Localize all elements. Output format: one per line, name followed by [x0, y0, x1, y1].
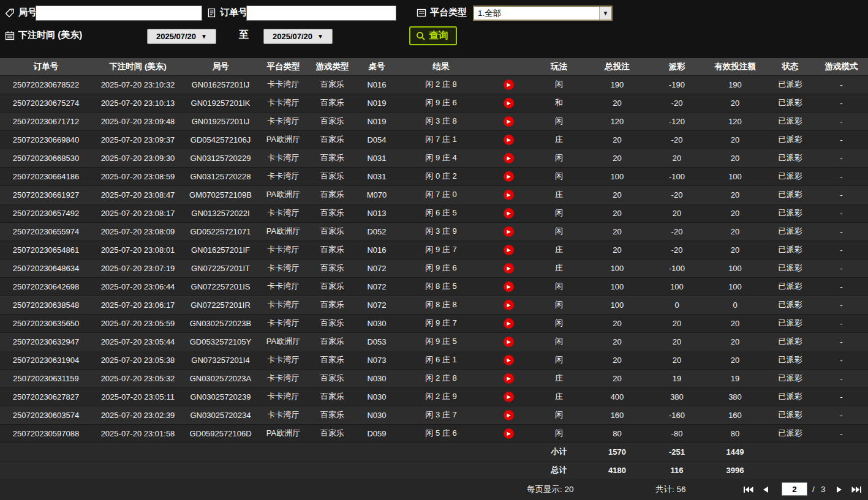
cell-game: 百家乐: [309, 369, 355, 387]
date-to-picker[interactable]: 2025/07/20 ▼: [263, 29, 333, 44]
prev-page-button[interactable]: [758, 479, 773, 500]
cell-status: 已派彩: [766, 332, 815, 351]
round-number-label-group: 局号: [5, 7, 37, 18]
cell-round: GD0532572105Y: [184, 332, 257, 351]
cell-order: 250720230632947: [0, 332, 92, 351]
table-row: 2507202306385482025-07-20 23:06:17GN0722…: [0, 296, 868, 314]
play-video-button[interactable]: ▶: [504, 355, 514, 365]
cell-time: 2025-07-20 23:07:19: [92, 259, 184, 277]
cell-order: 250720230638548: [0, 296, 92, 314]
cell-bet: 20: [585, 241, 649, 259]
cell-play: ▶: [484, 424, 533, 442]
play-video-button[interactable]: ▶: [504, 245, 514, 255]
cell-game: 百家乐: [309, 332, 355, 351]
play-video-button[interactable]: ▶: [504, 98, 514, 108]
cell-result: 闲 9 庄 4: [398, 149, 484, 167]
play-video-button[interactable]: ▶: [504, 318, 514, 329]
play-video-button[interactable]: ▶: [504, 282, 514, 292]
table-row: 2507202306319042025-07-20 23:05:38GN0732…: [0, 351, 868, 369]
cell-method: 闲: [533, 314, 585, 332]
grand-total-row-cell-bet: 4180: [585, 461, 649, 479]
play-video-button[interactable]: ▶: [504, 337, 514, 347]
cell-time: 2025-07-20 23:05:32: [92, 369, 184, 387]
cell-play: ▶: [484, 241, 533, 259]
table-row: 2507202306035742025-07-20 23:02:39GN0302…: [0, 406, 868, 424]
cell-round: GN016257201IJ: [184, 75, 257, 94]
next-page-button[interactable]: [832, 479, 847, 500]
table-header-row: 订单号下注时间 (美东)局号平台类型游戏类型桌号结果玩法总投注派彩有效投注额状态…: [0, 58, 868, 75]
round-number-input[interactable]: [36, 6, 202, 21]
cell-bet: 100: [585, 296, 649, 314]
search-button[interactable]: 查询: [409, 26, 457, 45]
date-to-dropdown-icon: ▼: [317, 33, 323, 40]
cell-platform: PA欧洲厅: [257, 332, 309, 351]
cell-valid: 100: [704, 277, 766, 296]
table-row: 2507202306426982025-07-20 23:06:44GN0722…: [0, 277, 868, 296]
cell-bet: 80: [585, 424, 649, 442]
cell-method: 闲: [533, 167, 585, 185]
cell-method: 和: [533, 94, 585, 112]
platform-type-select[interactable]: 1.全部 ▼: [473, 6, 613, 21]
platform-type-selected-value: 1.全部: [474, 8, 599, 19]
table-body: 2507202306785222025-07-20 23:10:32GN0162…: [0, 75, 868, 479]
play-video-button[interactable]: ▶: [504, 171, 514, 182]
cell-round: GM0702572109B: [184, 185, 257, 204]
play-video-button[interactable]: ▶: [504, 392, 514, 402]
cell-order: 250720230669840: [0, 130, 92, 149]
cell-result: 闲 3 庄 8: [398, 112, 484, 130]
cell-status: 已派彩: [766, 314, 815, 332]
cell-mode: -: [815, 351, 868, 369]
cell-platform: 卡卡湾厅: [257, 351, 309, 369]
table-row: 2507202305970882025-07-20 23:01:58GD0592…: [0, 424, 868, 442]
cell-play: ▶: [484, 112, 533, 130]
grand-total-row-cell-table_no: [355, 461, 398, 479]
order-number-input[interactable]: [246, 6, 396, 21]
next-page-icon: [836, 486, 842, 493]
current-page-input[interactable]: 2: [782, 482, 807, 496]
play-video-button[interactable]: ▶: [504, 80, 514, 90]
cell-game: 百家乐: [309, 112, 355, 130]
play-video-button[interactable]: ▶: [504, 208, 514, 218]
play-video-button[interactable]: ▶: [504, 410, 514, 420]
play-video-button[interactable]: ▶: [504, 300, 514, 310]
cell-play: ▶: [484, 277, 533, 296]
date-from-picker[interactable]: 2025/07/20 ▼: [147, 29, 216, 44]
cell-time: 2025-07-20 23:05:11: [92, 387, 184, 406]
cell-game: 百家乐: [309, 149, 355, 167]
play-video-button[interactable]: ▶: [504, 226, 514, 237]
cell-mode: -: [815, 241, 868, 259]
cell-mode: -: [815, 185, 868, 204]
cell-status: 已派彩: [766, 112, 815, 130]
page-separator: /: [812, 479, 815, 500]
cell-platform: 卡卡湾厅: [257, 277, 309, 296]
table-row: 2507202306486342025-07-20 23:07:19GN0722…: [0, 259, 868, 277]
cell-order: 250720230668530: [0, 149, 92, 167]
cell-status: 已派彩: [766, 149, 815, 167]
play-video-button[interactable]: ▶: [504, 428, 514, 439]
grand-total-row-cell-method: 总计: [533, 461, 585, 479]
last-page-button[interactable]: [849, 479, 864, 500]
cell-valid: 190: [704, 75, 766, 94]
play-video-button[interactable]: ▶: [504, 373, 514, 384]
play-video-button[interactable]: ▶: [504, 153, 514, 163]
cell-valid: 20: [704, 130, 766, 149]
cell-method: 庄: [533, 387, 585, 406]
first-page-button[interactable]: [741, 479, 756, 500]
cell-round: GN072257201IS: [184, 277, 257, 296]
cell-mode: -: [815, 406, 868, 424]
cell-order: 250720230627827: [0, 387, 92, 406]
cell-mode: -: [815, 296, 868, 314]
play-video-button[interactable]: ▶: [504, 116, 514, 127]
play-video-button[interactable]: ▶: [504, 135, 514, 145]
column-header-order: 订单号: [0, 58, 92, 75]
play-video-button[interactable]: ▶: [504, 190, 514, 200]
play-video-button[interactable]: ▶: [504, 263, 514, 274]
cell-platform: PA欧洲厅: [257, 130, 309, 149]
cell-method: 闲: [533, 112, 585, 130]
subtotal-row-cell-valid: 1449: [704, 442, 766, 461]
grand-total-row-cell-status: [766, 461, 815, 479]
subtotal-row-cell-game: [309, 442, 355, 461]
column-header-table_no: 桌号: [355, 58, 398, 75]
cell-round: GN03125720228: [184, 167, 257, 185]
cell-payout: 20: [649, 332, 704, 351]
